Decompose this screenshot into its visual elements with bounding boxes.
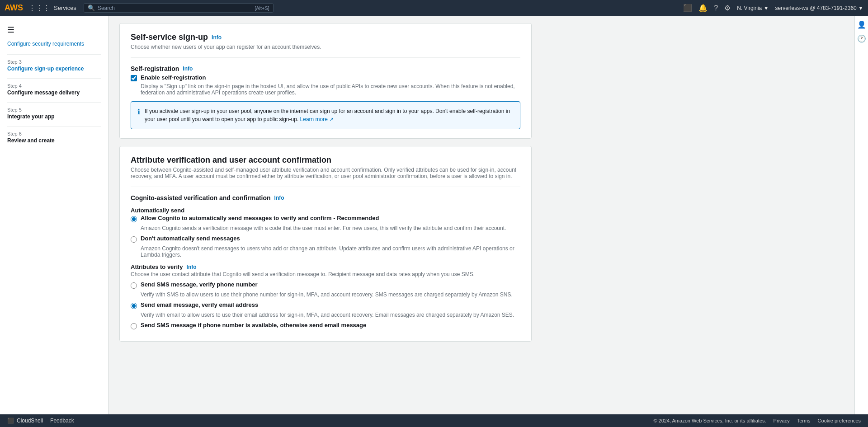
verify-sms-label[interactable]: Send SMS message, verify phone number (141, 281, 258, 288)
region-selector[interactable]: N. Virginia ▼ (737, 5, 769, 11)
cookie-preferences-link[interactable]: Cookie preferences (818, 418, 861, 423)
step5-label: Step 5 (7, 107, 101, 113)
sidebar-step-4: Step 4 Configure message delivery (0, 81, 108, 99)
terminal-icon[interactable]: ⬛ (683, 4, 692, 12)
person-icon[interactable]: 👤 (857, 20, 866, 29)
verify-sms-or-email-radio-row: Send SMS message if phone number is avai… (131, 322, 520, 329)
sidebar-divider-3 (7, 102, 101, 103)
attr-verify-title: Attribute verification and user account … (131, 155, 520, 165)
search-shortcut: [Alt+S] (255, 5, 269, 11)
sub-divider-1 (131, 57, 520, 58)
verify-sms-or-email-label[interactable]: Send SMS message if phone number is avai… (141, 322, 366, 328)
step5-name[interactable]: Integrate your app (7, 113, 101, 120)
self-service-title-text: Self-service sign-up (131, 33, 208, 42)
search-icon: 🔍 (88, 5, 95, 11)
search-input[interactable] (98, 5, 255, 11)
bottom-right: © 2024, Amazon Web Services, Inc. or its… (653, 418, 861, 423)
enable-self-registration-checkbox[interactable] (131, 75, 137, 81)
enable-self-registration-desc: Display a "Sign up" link on the sign-in … (141, 83, 520, 96)
auto-send-radio1[interactable] (131, 216, 137, 222)
attr-verify-title-text: Attribute verification and user account … (131, 155, 331, 165)
verify-sms-radio-row: Send SMS message, verify phone number (131, 281, 520, 289)
verify-sms-radio[interactable] (131, 282, 137, 289)
sidebar: ☰ Configure security requirements Step 3… (0, 16, 108, 414)
cloudshell-icon: ⬛ (7, 418, 14, 424)
cognito-info-link[interactable]: Info (274, 195, 284, 201)
sidebar-divider-2 (7, 78, 101, 79)
auto-send-radio2-row: Don't automatically send messages (131, 235, 520, 243)
account-menu[interactable]: serverless-ws @ 4783-7191-2360 ▼ (775, 5, 863, 11)
app-layout: ☰ Configure security requirements Step 3… (0, 16, 868, 427)
verify-email-label[interactable]: Send email message, verify email address (141, 301, 258, 308)
info-box-text: If you activate user sign-up in your use… (145, 107, 514, 123)
attr-verify-desc: Choose between Cognito-assisted and self… (131, 167, 520, 179)
attributes-to-verify-heading: Attributes to verify Info (131, 263, 520, 270)
self-registration-title: Self-registration Info (131, 65, 520, 72)
bottom-bar: ⬛ CloudShell Feedback © 2024, Amazon Web… (0, 414, 868, 427)
self-service-desc: Choose whether new users of your app can… (131, 44, 520, 50)
self-registration-info-box: ℹ If you activate user sign-up in your u… (131, 101, 520, 129)
step6-label: Step 6 (7, 131, 101, 136)
cognito-divider (131, 187, 520, 187)
step3-label: Step 3 (7, 59, 101, 65)
nav-right-icons: ⬛ 🔔 ? ⚙ N. Virginia ▼ serverless-ws @ 47… (683, 4, 863, 12)
auto-send-radio1-desc: Amazon Cognito sends a verification mess… (141, 225, 520, 231)
services-menu[interactable]: Services (54, 5, 76, 11)
verify-email-radio-row: Send email message, verify email address (131, 301, 520, 309)
attributes-to-verify-desc: Choose the user contact attribute that C… (131, 271, 520, 277)
verify-email-radio[interactable] (131, 303, 137, 309)
sidebar-step-5: Step 5 Integrate your app (0, 105, 108, 123)
self-registration-title-text: Self-registration (131, 65, 179, 72)
cloudshell-label: CloudShell (17, 418, 43, 424)
aws-logo[interactable]: AWS (5, 3, 23, 13)
attributes-verify-info-link[interactable]: Info (187, 264, 197, 270)
step4-name[interactable]: Configure message delivery (7, 89, 101, 96)
privacy-link[interactable]: Privacy (774, 418, 790, 423)
bell-icon[interactable]: 🔔 (698, 4, 708, 12)
auto-send-radio2-label[interactable]: Don't automatically send messages (141, 235, 240, 242)
self-service-signup-card: Self-service sign-up Info Choose whether… (119, 23, 532, 139)
grid-icon[interactable]: ⋮⋮⋮ (28, 4, 50, 12)
clock-icon[interactable]: 🕐 (857, 34, 866, 43)
sidebar-step-6: Step 6 Review and create (0, 129, 108, 147)
enable-self-registration-row: Enable self-registration (131, 74, 520, 81)
cloudshell-button[interactable]: ⬛ CloudShell (7, 418, 43, 424)
auto-send-radio1-row: Allow Cognito to automatically send mess… (131, 215, 520, 222)
step4-label: Step 4 (7, 83, 101, 89)
learn-more-link[interactable]: Learn more ↗ (300, 116, 334, 122)
configure-security-link[interactable]: Configure security requirements (7, 40, 101, 48)
info-circle-icon: ℹ (137, 108, 140, 116)
verify-sms-or-email-radio[interactable] (131, 323, 137, 329)
sidebar-step-3: Step 3 Configure sign-up experience (0, 57, 108, 75)
copyright-text: © 2024, Amazon Web Services, Inc. or its… (653, 418, 766, 423)
self-service-info-link[interactable]: Info (212, 34, 222, 41)
cognito-section-title: Cognito-assisted verification and confir… (131, 194, 520, 202)
feedback-link[interactable]: Feedback (50, 418, 74, 424)
sidebar-divider-1 (7, 54, 101, 55)
search-bar[interactable]: 🔍 [Alt+S] (84, 3, 274, 13)
auto-send-radio2-desc: Amazon Cognito doesn't send messages to … (141, 245, 520, 258)
cognito-title-text: Cognito-assisted verification and confir… (131, 194, 271, 202)
enable-self-registration-label[interactable]: Enable self-registration (141, 74, 206, 81)
self-service-title: Self-service sign-up Info (131, 33, 520, 42)
self-registration-info-link[interactable]: Info (183, 66, 193, 72)
sidebar-divider-4 (7, 126, 101, 127)
top-navigation: AWS ⋮⋮⋮ Services 🔍 [Alt+S] ⬛ 🔔 ? ⚙ N. Vi… (0, 0, 868, 16)
auto-send-radio2[interactable] (131, 236, 137, 243)
step3-name[interactable]: Configure sign-up experience (7, 66, 101, 72)
help-icon[interactable]: ? (714, 4, 718, 12)
auto-send-heading: Automatically send (131, 207, 520, 214)
auto-send-radio1-label[interactable]: Allow Cognito to automatically send mess… (141, 215, 379, 221)
step6-name[interactable]: Review and create (7, 137, 101, 144)
verify-email-desc: Verify with email to allow users to use … (141, 312, 520, 318)
settings-icon[interactable]: ⚙ (724, 4, 731, 12)
right-panel: 👤 🕐 (854, 16, 868, 414)
main-content: Self-service sign-up Info Choose whether… (108, 16, 542, 427)
verify-sms-desc: Verify with SMS to allow users to use th… (141, 291, 520, 298)
attribute-verification-card: Attribute verification and user account … (119, 146, 532, 342)
terms-link[interactable]: Terms (797, 418, 811, 423)
sidebar-toggle[interactable]: ☰ (0, 21, 108, 38)
